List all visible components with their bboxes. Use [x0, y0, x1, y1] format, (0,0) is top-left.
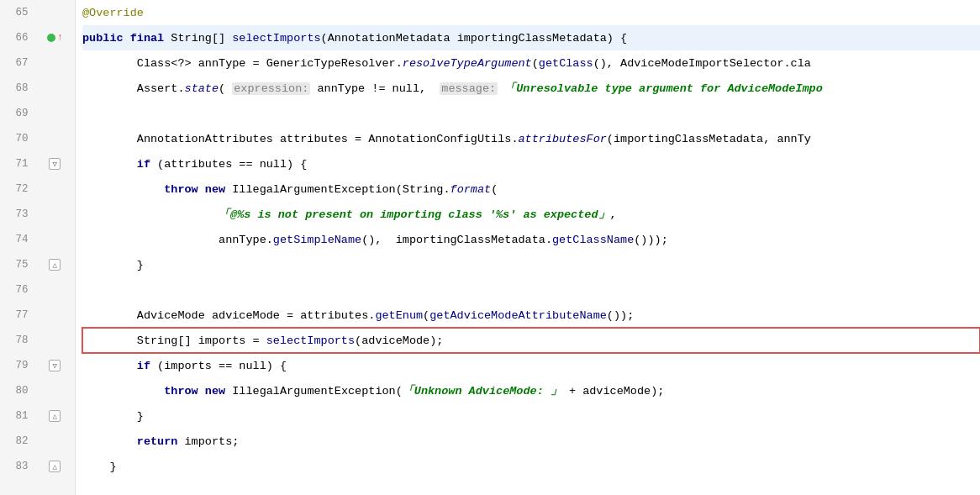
gutter-icons: △ — [35, 259, 75, 271]
line-number: 80 — [0, 385, 35, 397]
code-line-75: } — [82, 252, 980, 277]
call-args2: (), importingClassMetadata. — [361, 234, 552, 246]
method-name: selectImports — [232, 32, 320, 45]
method-resolve: resolveTypeArgument — [403, 57, 532, 70]
bracket2: [] imports = — [177, 334, 266, 347]
line-number: 79 — [0, 360, 35, 371]
code-line-80: throw new IllegalArgumentException(「Unkn… — [82, 378, 980, 403]
line-number: 77 — [0, 309, 35, 321]
gutter-row-77: 77 — [0, 303, 75, 328]
code-editor: 65 66 ↑ 67 68 69 70 — [0, 0, 980, 495]
code-line-71: if (attributes == null) { — [82, 151, 980, 176]
dot-cla: .cla — [784, 57, 811, 70]
line-number: 66 — [0, 32, 35, 44]
code-line-69 — [82, 101, 980, 126]
line-gutter: 65 66 ↑ 67 68 69 70 — [0, 0, 76, 495]
arrow-icon: ↑ — [57, 33, 63, 43]
keyword-return: return — [137, 435, 178, 448]
line-number: 76 — [0, 284, 35, 296]
cond2: (imports == null) { — [150, 360, 287, 372]
call-args: (importingClassMetadata, annTy — [607, 133, 811, 145]
indent2 — [82, 461, 109, 473]
code-line-68: Assert.state( expression: annType != nul… — [82, 76, 980, 101]
fold-icon[interactable]: △ — [49, 461, 61, 472]
string-unknown: 「Unknown AdviceMode: 」 — [403, 383, 562, 398]
gutter-icons: ▽ — [35, 360, 75, 371]
call-advice: (adviceMode); — [355, 334, 443, 347]
space4 — [225, 385, 232, 398]
dot: . — [177, 82, 184, 95]
indent2 — [82, 385, 164, 398]
type-advicemode: AdviceMode — [137, 309, 205, 322]
gutter-row-79: 79 ▽ — [0, 353, 75, 378]
gutter-row-70: 70 — [0, 126, 75, 151]
line-number: 71 — [0, 158, 35, 170]
gutter-row-69: 69 — [0, 101, 75, 126]
indent — [82, 259, 137, 271]
fold-icon[interactable]: △ — [49, 259, 61, 271]
keyword-throw2: throw — [164, 385, 198, 398]
code-line-65: @Override — [82, 0, 980, 25]
concat: + adviceMode); — [562, 385, 665, 398]
method-getenum: getEnum — [375, 309, 423, 322]
string-format: 「@%s is not present on importing class '… — [219, 207, 609, 222]
line-number: 78 — [0, 334, 35, 346]
code-line-81: } — [82, 403, 980, 429]
method-selectimports: selectImports — [266, 334, 355, 347]
line-number: 72 — [0, 183, 35, 195]
expr-val: annType != null, — [310, 82, 440, 95]
gutter-row-83: 83 △ — [0, 454, 75, 479]
code-line-66: public final String[] selectImports(Anno… — [82, 25, 980, 50]
fold-icon[interactable]: ▽ — [49, 158, 61, 170]
code-line-83: } — [82, 454, 980, 479]
line-number: 70 — [0, 133, 35, 145]
method-format: format — [450, 183, 492, 196]
code-line-72: throw new IllegalArgumentException(Strin… — [82, 176, 980, 202]
method-getadvice: getAdviceModeAttributeName — [429, 309, 607, 322]
fold-icon[interactable]: ▽ — [49, 360, 61, 371]
gutter-row-68: 68 — [0, 76, 75, 101]
keyword-final: final — [130, 32, 165, 45]
gutter-row-65: 65 — [0, 0, 75, 25]
indent — [82, 435, 137, 448]
annotation-token: @Override — [82, 7, 144, 19]
line-number: 75 — [0, 259, 35, 271]
space — [198, 183, 205, 196]
args2: (), — [593, 57, 620, 70]
keyword-public: public — [82, 32, 124, 45]
code-line-77: AdviceMode adviceMode = attributes.getEn… — [82, 303, 980, 328]
line-number: 82 — [0, 435, 35, 447]
string-unresolvable: 「Unresolvable type argument for AdviceMo… — [504, 81, 823, 96]
method-state: state — [185, 82, 219, 95]
type-annattrs: AnnotationAttributes — [137, 133, 273, 145]
code-line-74: annType.getSimpleName(), importingClassM… — [82, 227, 980, 252]
gutter-row-78: 78 — [0, 328, 75, 353]
indent — [82, 82, 137, 95]
type-illegal2: IllegalArgumentException — [232, 385, 395, 398]
breakpoint-dot[interactable] — [47, 34, 55, 42]
method-attrsfor: attributesFor — [519, 133, 607, 145]
comma: , — [610, 208, 617, 221]
gutter-icons: ▽ — [35, 158, 75, 170]
keyword-new: new — [205, 183, 225, 196]
paren2: ( — [491, 183, 498, 196]
method-getclass: getClass — [539, 57, 593, 70]
space3 — [198, 385, 205, 398]
code-line-82: return imports; — [82, 429, 980, 454]
bracket: [] — [212, 32, 232, 45]
indent — [82, 334, 137, 347]
indent — [82, 309, 137, 322]
param: importingClassMetadata) { — [450, 32, 628, 45]
indent2 — [82, 183, 164, 196]
code-line-76 — [82, 277, 980, 303]
gutter-row-76: 76 — [0, 277, 75, 303]
type-resolver: GenericTypeResolver — [266, 57, 396, 70]
dot: . — [396, 57, 403, 70]
line-number: 67 — [0, 57, 35, 69]
line-number: 83 — [0, 461, 35, 472]
fold-icon[interactable]: △ — [49, 410, 61, 422]
param-expression: expression: — [232, 82, 310, 95]
space2 — [498, 82, 504, 95]
gutter-row-72: 72 — [0, 176, 75, 202]
call-simple: annType. — [219, 234, 273, 246]
